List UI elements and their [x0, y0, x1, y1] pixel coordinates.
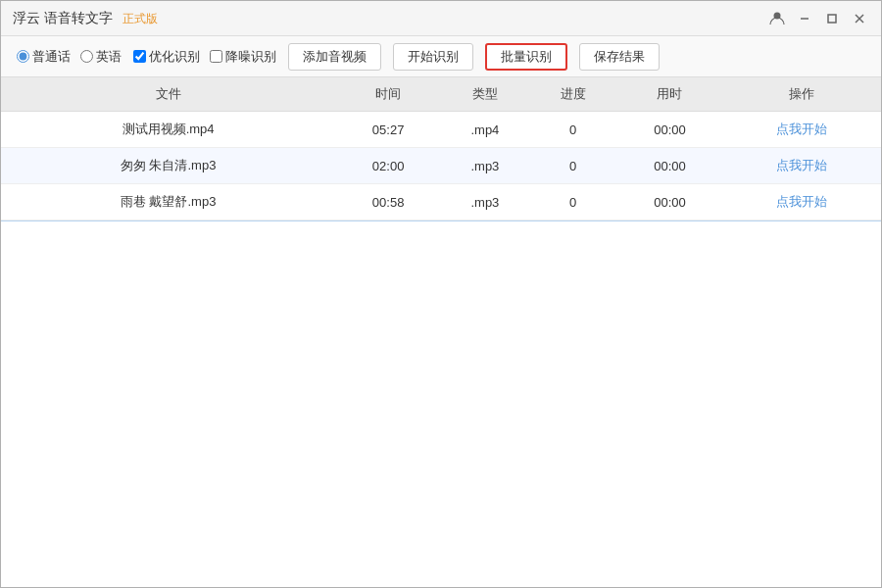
cell-progress-0: 0 [529, 112, 617, 148]
cell-type-2: .mp3 [441, 184, 529, 220]
checkbox-denoise[interactable]: 降噪识别 [210, 48, 276, 66]
table-header-row: 文件 时间 类型 进度 用时 操作 [1, 77, 881, 112]
content-area: 文件 时间 类型 进度 用时 操作 测试用视频.mp405:27.mp4000:… [1, 77, 881, 587]
col-header-progress: 进度 [529, 77, 617, 112]
checkbox-optimize-label: 优化识别 [149, 48, 200, 66]
toolbar: 普通话 英语 优化识别 降噪识别 添加音视频 开始识别 批量识别 保存结果 [1, 36, 881, 77]
cell-duration-0: 00:00 [617, 112, 723, 148]
cell-duration-1: 00:00 [617, 148, 723, 184]
app-title: 浮云 语音转文字 正式版 [13, 10, 158, 27]
title-version: 正式版 [122, 12, 158, 25]
minimize-button[interactable] [795, 9, 814, 28]
maximize-button[interactable] [822, 9, 842, 28]
radio-mandarin-label: 普通话 [32, 48, 71, 66]
checkbox-denoise-input[interactable] [210, 50, 222, 63]
cell-time-0: 05:27 [335, 112, 441, 148]
col-header-type: 类型 [441, 77, 529, 112]
radio-mandarin[interactable]: 普通话 [17, 48, 71, 66]
col-header-action: 操作 [722, 77, 881, 112]
start-action-link-1[interactable]: 点我开始 [776, 158, 827, 172]
col-header-duration: 用时 [617, 77, 723, 112]
cell-action-1[interactable]: 点我开始 [722, 148, 881, 184]
main-window: 浮云 语音转文字 正式版 [0, 0, 882, 588]
table-row: 雨巷 戴望舒.mp300:58.mp3000:00点我开始 [1, 184, 881, 220]
cell-file-1: 匆匆 朱自清.mp3 [1, 148, 335, 184]
close-button[interactable] [850, 9, 869, 28]
cell-file-2: 雨巷 戴望舒.mp3 [1, 184, 335, 220]
table-header: 文件 时间 类型 进度 用时 操作 [1, 77, 881, 112]
radio-english-input[interactable] [80, 50, 93, 63]
col-header-time: 时间 [335, 77, 441, 112]
cell-action-0[interactable]: 点我开始 [722, 112, 881, 148]
svg-rect-2 [828, 15, 836, 23]
save-results-button[interactable]: 保存结果 [579, 43, 660, 71]
cell-duration-2: 00:00 [617, 184, 723, 220]
radio-english-label: 英语 [96, 48, 122, 66]
add-media-button[interactable]: 添加音视频 [288, 43, 381, 71]
window-controls [767, 9, 869, 28]
table-row: 测试用视频.mp405:27.mp4000:00点我开始 [1, 112, 881, 148]
cell-type-1: .mp3 [441, 148, 529, 184]
file-table-wrapper: 文件 时间 类型 进度 用时 操作 测试用视频.mp405:27.mp4000:… [1, 77, 881, 220]
title-bar: 浮云 语音转文字 正式版 [1, 1, 881, 36]
batch-recognition-button[interactable]: 批量识别 [485, 43, 567, 71]
bottom-panel [1, 220, 881, 587]
cell-progress-2: 0 [529, 184, 617, 220]
cell-time-1: 02:00 [335, 148, 441, 184]
file-table: 文件 时间 类型 进度 用时 操作 测试用视频.mp405:27.mp4000:… [1, 77, 881, 220]
start-action-link-0[interactable]: 点我开始 [776, 122, 827, 136]
option-checkbox-group: 优化识别 降噪识别 [133, 48, 276, 66]
cell-progress-1: 0 [529, 148, 617, 184]
col-header-file: 文件 [1, 77, 335, 112]
cell-action-2[interactable]: 点我开始 [722, 184, 881, 220]
table-body: 测试用视频.mp405:27.mp4000:00点我开始匆匆 朱自清.mp302… [1, 112, 881, 220]
cell-time-2: 00:58 [335, 184, 441, 220]
checkbox-optimize[interactable]: 优化识别 [133, 48, 200, 66]
radio-english[interactable]: 英语 [80, 48, 122, 66]
language-radio-group: 普通话 英语 [17, 48, 122, 66]
table-row: 匆匆 朱自清.mp302:00.mp3000:00点我开始 [1, 148, 881, 184]
user-icon-btn[interactable] [767, 9, 787, 28]
checkbox-optimize-input[interactable] [133, 50, 146, 63]
checkbox-denoise-label: 降噪识别 [225, 48, 276, 66]
title-text-main: 浮云 语音转文字 [13, 10, 113, 25]
cell-file-0: 测试用视频.mp4 [1, 112, 335, 148]
cell-type-0: .mp4 [441, 112, 529, 148]
start-recognition-button[interactable]: 开始识别 [393, 43, 473, 71]
radio-mandarin-input[interactable] [17, 50, 29, 63]
start-action-link-2[interactable]: 点我开始 [776, 194, 827, 209]
